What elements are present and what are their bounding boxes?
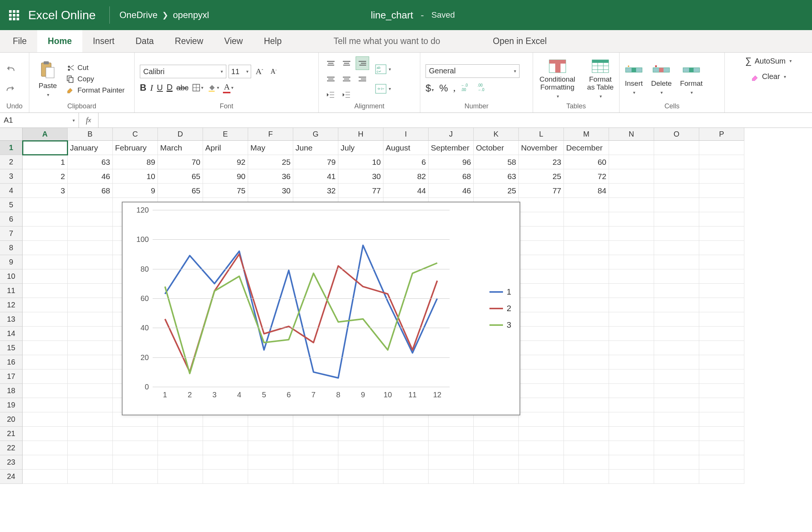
increase-indent-button[interactable] bbox=[340, 88, 353, 102]
row-header[interactable]: 15 bbox=[0, 341, 23, 355]
cell[interactable] bbox=[609, 155, 654, 169]
cell[interactable] bbox=[519, 398, 564, 412]
row-header[interactable]: 9 bbox=[0, 255, 23, 269]
cell[interactable] bbox=[519, 427, 564, 441]
cell[interactable] bbox=[699, 470, 744, 484]
cell[interactable] bbox=[519, 369, 564, 384]
row-header[interactable]: 24 bbox=[0, 470, 23, 484]
cell[interactable] bbox=[113, 455, 158, 470]
cell[interactable] bbox=[23, 198, 68, 212]
row-header[interactable]: 14 bbox=[0, 327, 23, 341]
cell[interactable]: 30 bbox=[338, 169, 383, 184]
cell[interactable] bbox=[429, 441, 474, 455]
cell[interactable] bbox=[23, 427, 68, 441]
cell[interactable]: September bbox=[429, 141, 474, 155]
cell[interactable] bbox=[68, 398, 113, 412]
decrease-indent-button[interactable] bbox=[324, 88, 338, 102]
cell[interactable] bbox=[519, 470, 564, 484]
cell[interactable]: 89 bbox=[113, 155, 158, 169]
cell[interactable] bbox=[654, 298, 699, 312]
paste-button[interactable]: Paste ▾ bbox=[35, 61, 61, 97]
row-header[interactable]: 11 bbox=[0, 284, 23, 298]
copy-button[interactable]: Copy bbox=[66, 75, 125, 83]
cell[interactable] bbox=[609, 384, 654, 398]
cell[interactable] bbox=[68, 427, 113, 441]
cell[interactable]: November bbox=[519, 141, 564, 155]
cell[interactable] bbox=[609, 312, 654, 327]
tab-file[interactable]: File bbox=[2, 30, 37, 52]
cell[interactable] bbox=[68, 241, 113, 255]
cell[interactable]: 30 bbox=[248, 184, 293, 198]
cell[interactable] bbox=[474, 441, 519, 455]
font-color-button[interactable]: A ▾ bbox=[223, 82, 233, 93]
cell[interactable]: 2 bbox=[23, 169, 68, 184]
cell[interactable]: 68 bbox=[429, 169, 474, 184]
cell[interactable] bbox=[429, 427, 474, 441]
cell[interactable] bbox=[519, 212, 564, 226]
cell[interactable] bbox=[564, 298, 609, 312]
cell[interactable] bbox=[474, 470, 519, 484]
cell[interactable] bbox=[338, 470, 383, 484]
align-mid-center-button[interactable] bbox=[340, 72, 353, 86]
cell[interactable] bbox=[609, 226, 654, 241]
insert-cells-button[interactable]: Insert▾ bbox=[625, 63, 643, 95]
cell[interactable] bbox=[564, 384, 609, 398]
column-header[interactable]: F bbox=[248, 128, 293, 141]
cell[interactable] bbox=[654, 470, 699, 484]
cell[interactable] bbox=[519, 269, 564, 284]
cell[interactable] bbox=[609, 255, 654, 269]
cell[interactable] bbox=[699, 412, 744, 427]
cell[interactable] bbox=[699, 398, 744, 412]
column-header[interactable]: H bbox=[338, 128, 383, 141]
cell[interactable]: December bbox=[564, 141, 609, 155]
cell[interactable]: 84 bbox=[564, 184, 609, 198]
tab-home[interactable]: Home bbox=[37, 30, 82, 52]
cell[interactable] bbox=[68, 284, 113, 298]
cell[interactable]: 1 bbox=[23, 155, 68, 169]
cell[interactable] bbox=[519, 241, 564, 255]
cell[interactable] bbox=[564, 341, 609, 355]
cell[interactable] bbox=[519, 455, 564, 470]
row-header[interactable]: 7 bbox=[0, 226, 23, 241]
cell[interactable] bbox=[203, 470, 248, 484]
cell[interactable]: 96 bbox=[429, 155, 474, 169]
cell[interactable] bbox=[699, 441, 744, 455]
tab-data[interactable]: Data bbox=[125, 30, 165, 52]
tab-review[interactable]: Review bbox=[164, 30, 214, 52]
cell[interactable] bbox=[68, 312, 113, 327]
cell[interactable] bbox=[158, 455, 203, 470]
row-header[interactable]: 2 bbox=[0, 155, 23, 169]
cell[interactable]: 10 bbox=[338, 155, 383, 169]
cell[interactable] bbox=[158, 470, 203, 484]
align-top-left-button[interactable] bbox=[324, 56, 338, 70]
cell[interactable] bbox=[564, 312, 609, 327]
cell[interactable] bbox=[654, 155, 699, 169]
cell[interactable] bbox=[654, 398, 699, 412]
cell[interactable] bbox=[564, 241, 609, 255]
column-header[interactable]: D bbox=[158, 128, 203, 141]
cell[interactable] bbox=[654, 198, 699, 212]
cell[interactable] bbox=[609, 369, 654, 384]
cell[interactable] bbox=[519, 412, 564, 427]
row-header[interactable]: 23 bbox=[0, 455, 23, 470]
cell[interactable]: 79 bbox=[293, 155, 338, 169]
cell[interactable] bbox=[248, 441, 293, 455]
cell[interactable]: 25 bbox=[519, 169, 564, 184]
cell[interactable]: 72 bbox=[564, 169, 609, 184]
font-size-dropdown[interactable]: 11▾ bbox=[229, 65, 251, 78]
cell[interactable]: 65 bbox=[158, 169, 203, 184]
cell[interactable] bbox=[564, 398, 609, 412]
name-box[interactable]: A1▾ bbox=[0, 113, 79, 128]
cell[interactable] bbox=[519, 255, 564, 269]
breadcrumb-root[interactable]: OneDrive bbox=[120, 10, 158, 20]
align-top-center-button[interactable] bbox=[340, 56, 353, 70]
cell[interactable] bbox=[654, 255, 699, 269]
row-header[interactable]: 18 bbox=[0, 384, 23, 398]
format-painter-button[interactable]: Format Painter bbox=[66, 86, 125, 94]
column-header[interactable]: N bbox=[609, 128, 654, 141]
cell[interactable] bbox=[609, 441, 654, 455]
cell[interactable]: July bbox=[338, 141, 383, 155]
cut-button[interactable]: Cut bbox=[66, 64, 125, 72]
cell[interactable] bbox=[68, 355, 113, 369]
tab-view[interactable]: View bbox=[214, 30, 253, 52]
